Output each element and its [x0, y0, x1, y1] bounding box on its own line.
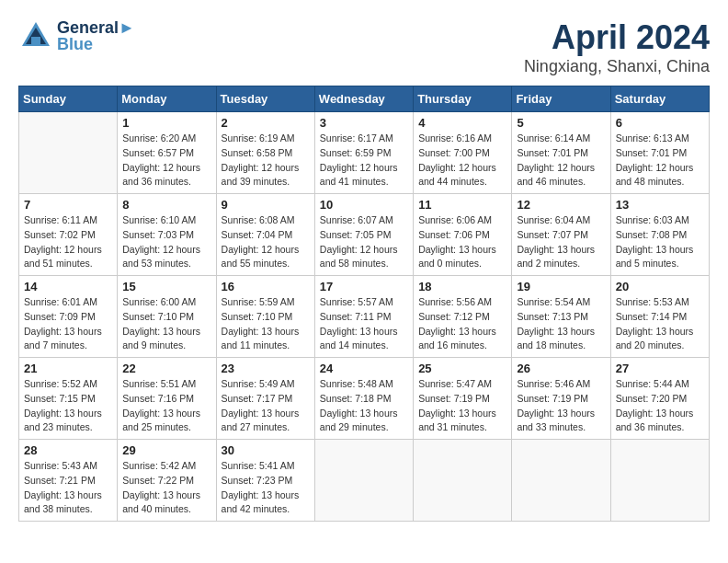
svg-rect-2 — [31, 37, 40, 44]
day-number: 10 — [320, 198, 408, 212]
day-info: Sunrise: 6:13 AM Sunset: 7:01 PM Dayligh… — [616, 132, 704, 190]
table-row: 10Sunrise: 6:07 AM Sunset: 7:05 PM Dayli… — [314, 194, 413, 276]
table-row: 12Sunrise: 6:04 AM Sunset: 7:07 PM Dayli… — [512, 194, 610, 276]
day-number: 8 — [122, 198, 210, 212]
day-info: Sunrise: 5:43 AM Sunset: 7:21 PM Dayligh… — [24, 459, 112, 517]
header-sunday: Sunday — [19, 86, 118, 112]
header-thursday: Thursday — [414, 86, 512, 112]
day-number: 30 — [222, 443, 310, 457]
table-row: 16Sunrise: 5:59 AM Sunset: 7:10 PM Dayli… — [216, 276, 314, 358]
day-info: Sunrise: 5:41 AM Sunset: 7:23 PM Dayligh… — [222, 459, 310, 517]
logo-icon — [18, 18, 53, 53]
table-row: 14Sunrise: 6:01 AM Sunset: 7:09 PM Dayli… — [19, 276, 118, 358]
day-info: Sunrise: 6:00 AM Sunset: 7:10 PM Dayligh… — [122, 295, 210, 353]
calendar-table: Sunday Monday Tuesday Wednesday Thursday… — [18, 86, 710, 522]
table-row — [314, 440, 413, 522]
day-number: 2 — [222, 116, 310, 130]
day-number: 16 — [222, 280, 310, 293]
day-number: 11 — [418, 198, 506, 212]
day-info: Sunrise: 5:51 AM Sunset: 7:16 PM Dayligh… — [122, 377, 210, 435]
day-number: 1 — [122, 116, 210, 130]
day-info: Sunrise: 5:57 AM Sunset: 7:11 PM Dayligh… — [320, 295, 408, 353]
table-row: 18Sunrise: 5:56 AM Sunset: 7:12 PM Dayli… — [414, 276, 512, 358]
day-number: 24 — [320, 362, 408, 375]
day-info: Sunrise: 5:52 AM Sunset: 7:15 PM Dayligh… — [24, 377, 112, 435]
table-row — [512, 440, 610, 522]
table-row: 23Sunrise: 5:49 AM Sunset: 7:17 PM Dayli… — [216, 358, 314, 440]
day-number: 28 — [24, 443, 112, 457]
day-number: 4 — [418, 116, 506, 130]
day-info: Sunrise: 6:06 AM Sunset: 7:06 PM Dayligh… — [418, 213, 506, 271]
day-info: Sunrise: 5:49 AM Sunset: 7:17 PM Dayligh… — [222, 377, 310, 435]
day-info: Sunrise: 5:47 AM Sunset: 7:19 PM Dayligh… — [418, 377, 506, 435]
table-row: 29Sunrise: 5:42 AM Sunset: 7:22 PM Dayli… — [118, 440, 216, 522]
header-tuesday: Tuesday — [216, 86, 314, 112]
header-friday: Friday — [512, 86, 610, 112]
table-row: 30Sunrise: 5:41 AM Sunset: 7:23 PM Dayli… — [216, 440, 314, 522]
table-row: 25Sunrise: 5:47 AM Sunset: 7:19 PM Dayli… — [414, 358, 512, 440]
day-number: 15 — [122, 280, 210, 293]
table-row: 19Sunrise: 5:54 AM Sunset: 7:13 PM Dayli… — [512, 276, 610, 358]
table-row — [414, 440, 512, 522]
day-number: 19 — [517, 280, 605, 293]
day-info: Sunrise: 5:54 AM Sunset: 7:13 PM Dayligh… — [517, 295, 605, 353]
table-row — [610, 440, 709, 522]
table-row: 2Sunrise: 6:19 AM Sunset: 6:58 PM Daylig… — [216, 112, 314, 194]
table-row: 27Sunrise: 5:44 AM Sunset: 7:20 PM Dayli… — [610, 358, 709, 440]
calendar-row: 21Sunrise: 5:52 AM Sunset: 7:15 PM Dayli… — [19, 358, 710, 440]
day-info: Sunrise: 6:17 AM Sunset: 6:59 PM Dayligh… — [320, 132, 408, 190]
day-number: 12 — [517, 198, 605, 212]
table-row: 6Sunrise: 6:13 AM Sunset: 7:01 PM Daylig… — [610, 112, 709, 194]
calendar-row: 7Sunrise: 6:11 AM Sunset: 7:02 PM Daylig… — [19, 194, 710, 276]
day-info: Sunrise: 6:11 AM Sunset: 7:02 PM Dayligh… — [24, 213, 112, 271]
day-number: 7 — [24, 198, 112, 212]
day-number: 3 — [320, 116, 408, 130]
day-number: 22 — [122, 362, 210, 375]
day-number: 21 — [24, 362, 112, 375]
day-info: Sunrise: 5:59 AM Sunset: 7:10 PM Dayligh… — [222, 295, 310, 353]
table-row: 4Sunrise: 6:16 AM Sunset: 7:00 PM Daylig… — [414, 112, 512, 194]
table-row — [19, 112, 118, 194]
day-info: Sunrise: 6:07 AM Sunset: 7:05 PM Dayligh… — [320, 213, 408, 271]
table-row: 3Sunrise: 6:17 AM Sunset: 6:59 PM Daylig… — [314, 112, 413, 194]
calendar-row: 28Sunrise: 5:43 AM Sunset: 7:21 PM Dayli… — [19, 440, 710, 522]
day-info: Sunrise: 6:16 AM Sunset: 7:00 PM Dayligh… — [418, 132, 506, 190]
header-monday: Monday — [118, 86, 216, 112]
day-info: Sunrise: 6:04 AM Sunset: 7:07 PM Dayligh… — [517, 213, 605, 271]
table-row: 1Sunrise: 6:20 AM Sunset: 6:57 PM Daylig… — [118, 112, 216, 194]
day-number: 20 — [616, 280, 704, 293]
table-row: 21Sunrise: 5:52 AM Sunset: 7:15 PM Dayli… — [19, 358, 118, 440]
month-title: April 2024 — [524, 18, 710, 57]
header-saturday: Saturday — [610, 86, 709, 112]
day-number: 29 — [122, 443, 210, 457]
table-row: 9Sunrise: 6:08 AM Sunset: 7:04 PM Daylig… — [216, 194, 314, 276]
day-number: 27 — [616, 362, 704, 375]
day-info: Sunrise: 5:42 AM Sunset: 7:22 PM Dayligh… — [122, 459, 210, 517]
location-title: Ningxiang, Shanxi, China — [524, 57, 710, 76]
day-info: Sunrise: 5:44 AM Sunset: 7:20 PM Dayligh… — [616, 377, 704, 435]
weekday-header-row: Sunday Monday Tuesday Wednesday Thursday… — [19, 86, 710, 112]
table-row: 26Sunrise: 5:46 AM Sunset: 7:19 PM Dayli… — [512, 358, 610, 440]
table-row: 11Sunrise: 6:06 AM Sunset: 7:06 PM Dayli… — [414, 194, 512, 276]
day-info: Sunrise: 5:53 AM Sunset: 7:14 PM Dayligh… — [616, 295, 704, 353]
day-number: 9 — [222, 198, 310, 212]
calendar-row: 14Sunrise: 6:01 AM Sunset: 7:09 PM Dayli… — [19, 276, 710, 358]
day-info: Sunrise: 6:08 AM Sunset: 7:04 PM Dayligh… — [222, 213, 310, 271]
title-section: April 2024 Ningxiang, Shanxi, China — [524, 18, 710, 76]
table-row: 5Sunrise: 6:14 AM Sunset: 7:01 PM Daylig… — [512, 112, 610, 194]
day-number: 5 — [517, 116, 605, 130]
day-info: Sunrise: 6:19 AM Sunset: 6:58 PM Dayligh… — [222, 132, 310, 190]
table-row: 24Sunrise: 5:48 AM Sunset: 7:18 PM Dayli… — [314, 358, 413, 440]
day-info: Sunrise: 5:56 AM Sunset: 7:12 PM Dayligh… — [418, 295, 506, 353]
day-info: Sunrise: 6:01 AM Sunset: 7:09 PM Dayligh… — [24, 295, 112, 353]
day-number: 17 — [320, 280, 408, 293]
day-info: Sunrise: 6:10 AM Sunset: 7:03 PM Dayligh… — [122, 213, 210, 271]
day-number: 26 — [517, 362, 605, 375]
day-number: 14 — [24, 280, 112, 293]
header-wednesday: Wednesday — [314, 86, 413, 112]
table-row: 20Sunrise: 5:53 AM Sunset: 7:14 PM Dayli… — [610, 276, 709, 358]
table-row: 7Sunrise: 6:11 AM Sunset: 7:02 PM Daylig… — [19, 194, 118, 276]
day-number: 25 — [418, 362, 506, 375]
table-row: 28Sunrise: 5:43 AM Sunset: 7:21 PM Dayli… — [19, 440, 118, 522]
page-header: General► Blue April 2024 Ningxiang, Shan… — [18, 18, 710, 76]
